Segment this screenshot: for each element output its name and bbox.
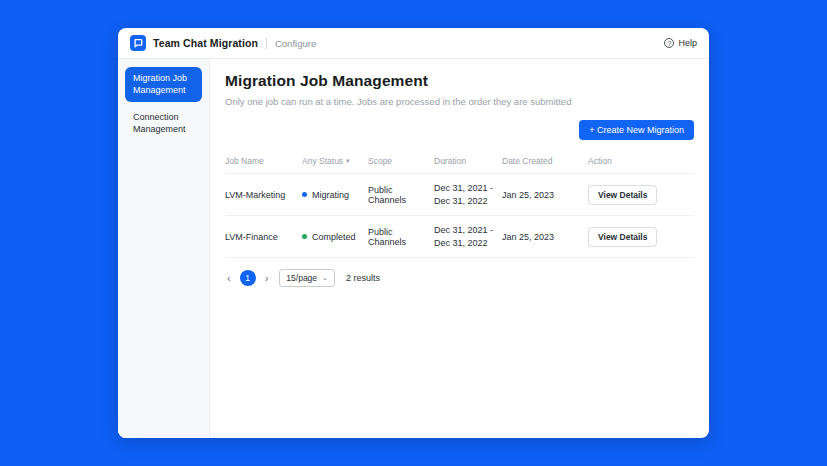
question-circle-icon: ? [664,38,674,48]
column-header-action: Action [588,156,694,166]
app-logo [130,35,146,51]
nav-configure[interactable]: Configure [275,38,316,49]
column-header-date-created: Date Created [502,156,588,166]
status-dot-icon [302,192,307,197]
help-button[interactable]: ? Help [664,38,697,48]
duration-cell: Dec 31, 2021 - Dec 31, 2022 [434,224,502,249]
scope-cell: Public Channels [368,227,434,247]
date-created-cell: Jan 25, 2023 [502,190,588,200]
pagination: ‹ 1 › 15/page ⌄ 2 results [225,269,694,287]
top-bar: Team Chat Migration Configure ? Help [118,28,709,59]
table-row: LVM-Finance Completed Public Channels De… [225,216,694,258]
table-row: LVM-Marketing Migrating Public Channels … [225,174,694,216]
column-header-job-name: Job Name [225,156,302,166]
view-details-button[interactable]: View Details [588,227,657,247]
job-name-cell: LVM-Marketing [225,190,302,200]
sidebar-item-connection-management[interactable]: Connection Management [125,106,202,141]
duration-cell: Dec 31, 2021 - Dec 31, 2022 [434,182,502,207]
topbar-divider [266,38,267,49]
sidebar: Migration Job Management Connection Mana… [118,59,210,438]
scope-cell: Public Channels [368,185,434,205]
sidebar-item-migration-job-management[interactable]: Migration Job Management [125,67,202,102]
status-filter-label: Any Status [302,156,343,166]
column-header-duration: Duration [434,156,502,166]
results-count: 2 results [346,273,380,283]
caret-down-icon: ⌄ [322,274,328,282]
previous-page-button[interactable]: ‹ [225,273,233,284]
page-title: Migration Job Management [225,72,694,90]
status-label: Completed [312,232,356,242]
page-description: Only one job can run at a time. Jobs are… [225,96,694,107]
page-size-select[interactable]: 15/page ⌄ [279,269,335,287]
job-name-cell: LVM-Finance [225,232,302,242]
next-page-button[interactable]: › [263,273,271,284]
chat-bubble-icon [133,38,143,48]
app-title: Team Chat Migration [153,37,258,49]
status-label: Migrating [312,190,349,200]
app-window: Team Chat Migration Configure ? Help Mig… [118,28,709,438]
page-size-label: 15/page [286,273,317,283]
column-header-scope: Scope [368,156,434,166]
caret-down-icon: ▾ [346,157,350,165]
page-number-button[interactable]: 1 [240,270,256,286]
view-details-button[interactable]: View Details [588,185,657,205]
create-new-migration-button[interactable]: + Create New Migration [579,120,694,140]
table-header-row: Job Name Any Status ▾ Scope Duration Dat… [225,152,694,174]
main-content: Migration Job Management Only one job ca… [210,59,709,438]
help-label: Help [678,38,697,48]
status-cell: Completed [302,232,368,242]
jobs-table: Job Name Any Status ▾ Scope Duration Dat… [225,152,694,258]
status-filter-dropdown[interactable]: Any Status ▾ [302,156,368,166]
date-created-cell: Jan 25, 2023 [502,232,588,242]
status-dot-icon [302,234,307,239]
status-cell: Migrating [302,190,368,200]
